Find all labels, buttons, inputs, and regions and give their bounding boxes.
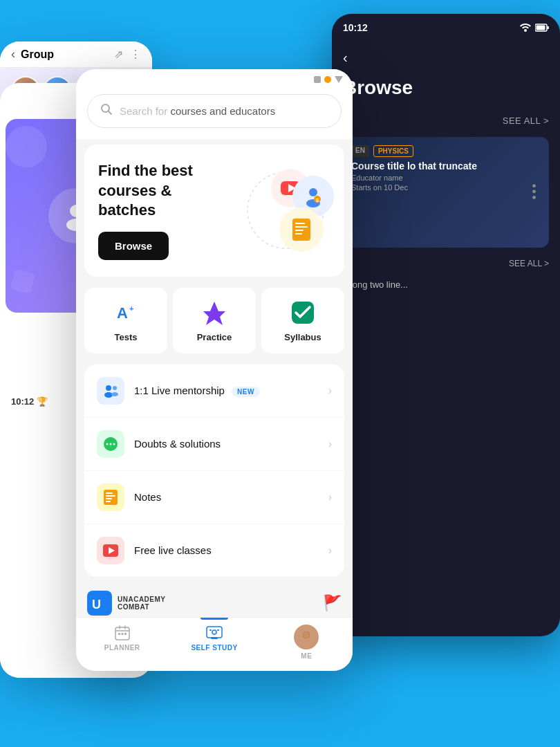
qa-practice[interactable]: Practice bbox=[173, 288, 256, 353]
svg-marker-35 bbox=[203, 302, 225, 325]
dot-square bbox=[314, 76, 321, 83]
search-bar-section: Search for courses and educators bbox=[76, 87, 353, 139]
tag-physics: PHYSICS bbox=[373, 145, 413, 157]
purple-back-button[interactable]: ‹ bbox=[11, 47, 15, 62]
practice-icon bbox=[200, 299, 228, 326]
mentorship-text: 1:1 Live mentorship NEW bbox=[134, 385, 319, 396]
brand-name: UNACADEMY COMBAT bbox=[118, 596, 166, 611]
quick-actions: A + Tests Practice Syllabus bbox=[76, 282, 353, 359]
menu-item-liveclasses[interactable]: Free live classes › bbox=[84, 524, 344, 577]
mentorship-chevron: › bbox=[328, 385, 332, 397]
liveclasses-icon-wrapper bbox=[97, 537, 124, 564]
self-study-nav-label: SELF STUDY bbox=[191, 644, 237, 652]
svg-rect-7 bbox=[10, 269, 36, 295]
nav-me[interactable]: ME bbox=[261, 625, 353, 660]
dark-card-starts: Starts on 10 Dec bbox=[351, 183, 541, 192]
self-study-nav-icon bbox=[205, 625, 223, 641]
hero-card: Find the best courses & batches Browse bbox=[84, 145, 344, 277]
battery-icon bbox=[535, 24, 549, 32]
menu-item-notes[interactable]: Notes › bbox=[84, 471, 344, 524]
svg-text:U: U bbox=[92, 598, 101, 611]
flag-icon: 🚩 bbox=[323, 594, 342, 612]
purple-header: ‹ Group ⇗ ⋮ bbox=[0, 42, 152, 68]
menu-item-doubts[interactable]: Doubts & solutions › bbox=[84, 418, 344, 471]
svg-point-43 bbox=[110, 443, 112, 445]
doubts-icon bbox=[102, 436, 119, 452]
nav-self-study[interactable]: SELF STUDY bbox=[168, 625, 260, 660]
svg-rect-31 bbox=[295, 230, 304, 231]
practice-label: Practice bbox=[197, 332, 232, 342]
doubts-icon-wrapper bbox=[97, 430, 124, 458]
more-options-icon[interactable]: ••• bbox=[526, 184, 541, 201]
svg-rect-30 bbox=[295, 226, 308, 228]
tests-svg: A + bbox=[113, 300, 138, 325]
dark-course-card[interactable]: EN PHYSICS Course title lo that truncate… bbox=[343, 137, 549, 248]
me-avatar bbox=[294, 625, 319, 649]
notes-text: Notes bbox=[134, 491, 319, 503]
nav-planner[interactable]: PLANNER bbox=[76, 625, 168, 660]
notes-chevron: › bbox=[328, 491, 332, 504]
mentorship-icon bbox=[102, 382, 119, 399]
me-avatar-icon bbox=[299, 629, 314, 645]
browse-button[interactable]: Browse bbox=[98, 232, 169, 260]
notes-icon bbox=[290, 217, 312, 242]
syllabus-svg bbox=[290, 300, 315, 325]
purple-time: 10:12 bbox=[11, 396, 34, 407]
svg-line-20 bbox=[109, 111, 112, 115]
liveclasses-text: Free live classes bbox=[134, 544, 319, 556]
search-placeholder-highlight: courses and educators bbox=[170, 105, 275, 117]
liveclasses-chevron: › bbox=[328, 544, 332, 557]
svg-point-37 bbox=[106, 385, 111, 391]
svg-rect-59 bbox=[121, 633, 123, 635]
unacademy-logo-icon: U bbox=[87, 591, 112, 616]
menu-item-mentorship[interactable]: 1:1 Live mentorship NEW › bbox=[84, 365, 344, 418]
svg-text:A: A bbox=[117, 304, 128, 322]
svg-point-42 bbox=[106, 443, 109, 445]
svg-point-44 bbox=[113, 443, 115, 445]
qa-tests[interactable]: A + Tests bbox=[84, 288, 167, 353]
svg-point-38 bbox=[104, 392, 113, 398]
wifi-icon bbox=[520, 24, 531, 32]
main-top-bar bbox=[76, 69, 353, 87]
svg-rect-65 bbox=[217, 629, 219, 631]
tests-label: Tests bbox=[115, 332, 138, 342]
more-icon[interactable]: ⋮ bbox=[130, 48, 141, 61]
notes-icon-circle bbox=[279, 208, 324, 252]
search-icon bbox=[100, 103, 113, 119]
dark-back-button[interactable]: ‹ bbox=[332, 39, 560, 77]
svg-rect-29 bbox=[295, 223, 305, 224]
syllabus-label: Syllabus bbox=[284, 332, 321, 342]
dark-card-educator: Educator name bbox=[351, 174, 541, 182]
active-indicator bbox=[200, 618, 228, 620]
svg-point-24 bbox=[309, 188, 317, 196]
svg-rect-49 bbox=[106, 501, 111, 502]
search-input-wrapper[interactable]: Search for courses and educators bbox=[87, 94, 342, 128]
svg-text:+: + bbox=[129, 304, 133, 313]
svg-rect-58 bbox=[118, 633, 120, 635]
svg-rect-64 bbox=[209, 629, 212, 631]
qa-syllabus[interactable]: Syllabus bbox=[261, 288, 344, 353]
svg-rect-3 bbox=[536, 26, 545, 30]
svg-point-67 bbox=[301, 638, 312, 645]
svg-rect-60 bbox=[124, 633, 127, 635]
dark-status-icons bbox=[520, 24, 549, 32]
brand-row: U UNACADEMY COMBAT 🚩 bbox=[76, 582, 353, 618]
svg-point-0 bbox=[524, 29, 527, 32]
me-nav-label: ME bbox=[301, 652, 312, 660]
practice-svg bbox=[203, 300, 225, 325]
doubts-chevron: › bbox=[328, 438, 332, 450]
svg-text:$: $ bbox=[316, 197, 319, 203]
hero-icons: $ bbox=[241, 169, 330, 252]
dark-see-all-2[interactable]: SEE ALL > bbox=[332, 253, 560, 274]
share-icon[interactable]: ⇗ bbox=[114, 48, 123, 61]
bottom-nav: PLANNER SELF STUDY bbox=[76, 617, 353, 671]
brand-logo-area: U UNACADEMY COMBAT bbox=[87, 591, 166, 616]
svg-point-4 bbox=[6, 126, 47, 167]
window-controls bbox=[314, 76, 343, 83]
search-placeholder-normal: Search for bbox=[120, 105, 170, 117]
syllabus-icon bbox=[289, 299, 317, 326]
dark-see-all-1[interactable]: SEE ALL > bbox=[332, 110, 560, 131]
doubts-text: Doubts & solutions bbox=[134, 438, 319, 450]
svg-point-62 bbox=[212, 630, 216, 634]
dot-round bbox=[324, 76, 331, 83]
